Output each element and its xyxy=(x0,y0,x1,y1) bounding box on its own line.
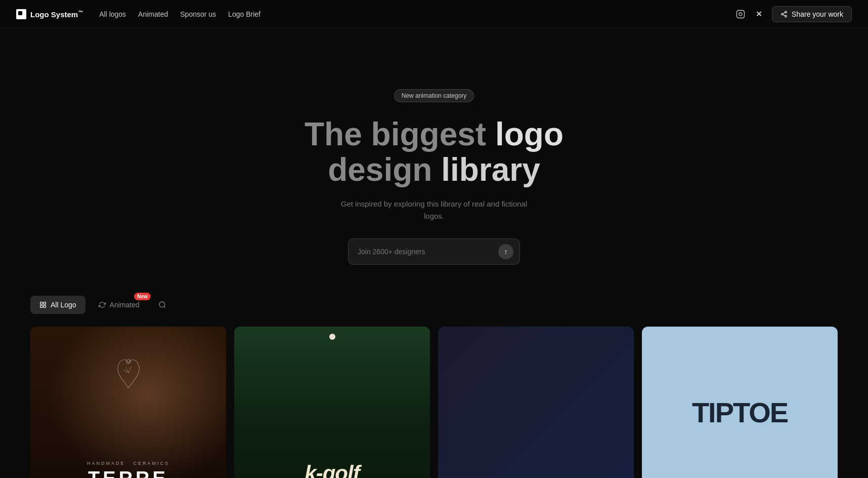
svg-rect-0 xyxy=(737,10,745,18)
card-kgolf-title: k-golf xyxy=(305,461,359,478)
grid-icon xyxy=(39,301,47,308)
animated-btn-wrapper: Animated New xyxy=(90,296,149,314)
hero-subtitle: Get inspired by exploring this library o… xyxy=(338,198,530,222)
animated-icon xyxy=(99,301,106,308)
card-photo xyxy=(30,327,226,478)
golf-ball xyxy=(329,334,335,340)
email-input[interactable] xyxy=(358,248,494,256)
nav-logo-brief[interactable]: Logo Brief xyxy=(228,10,261,18)
card-bg xyxy=(234,327,430,478)
hero-badge: New animation category xyxy=(394,89,474,102)
share-button[interactable]: Share your work xyxy=(772,6,852,22)
nav-animated[interactable]: Animated xyxy=(138,10,168,18)
svg-point-12 xyxy=(159,302,165,307)
page-wrapper: New animation category The biggest logo … xyxy=(0,0,868,478)
logo-grid: HANDMADE CERAMICS TERRE k-golf indoor go… xyxy=(0,327,868,478)
card-illustration xyxy=(111,352,146,395)
card-terre-title: TERRE xyxy=(87,468,169,478)
hero-title: The biggest logo design library xyxy=(305,116,563,188)
card-placeholder[interactable] xyxy=(438,327,634,478)
card-kgolf[interactable]: k-golf indoor golf club xyxy=(234,327,430,478)
search-button[interactable] xyxy=(153,295,172,314)
share-icon xyxy=(780,11,788,18)
logo-icon xyxy=(16,9,26,19)
hero-section: New animation category The biggest logo … xyxy=(0,28,868,295)
svg-line-6 xyxy=(783,14,785,15)
instagram-icon[interactable] xyxy=(735,9,746,19)
brand-name: Logo System™ xyxy=(30,10,83,19)
svg-rect-10 xyxy=(40,305,42,307)
new-badge: New xyxy=(134,293,151,300)
svg-point-1 xyxy=(739,13,742,16)
nav-right: ✕ Share your work xyxy=(735,6,852,22)
nav-all-logos[interactable]: All logos xyxy=(99,10,126,18)
filter-bar: All Logo Animated New xyxy=(0,295,868,314)
svg-rect-11 xyxy=(44,305,46,307)
card-terre-text: HANDMADE CERAMICS TERRE xyxy=(87,461,169,478)
filter-all-logo[interactable]: All Logo xyxy=(30,296,85,314)
card-tiptoe[interactable]: TIPTOE xyxy=(642,327,838,478)
card-kgolf-text: k-golf indoor golf club xyxy=(305,461,359,478)
svg-point-4 xyxy=(782,13,784,15)
submit-button[interactable]: ↑ xyxy=(498,244,513,259)
svg-point-3 xyxy=(785,11,787,13)
navbar: Logo System™ All logos Animated Sponsor … xyxy=(0,0,868,28)
hero-input-wrapper: ↑ xyxy=(348,238,520,265)
nav-sponsor[interactable]: Sponsor us xyxy=(180,10,216,18)
search-icon xyxy=(158,301,166,309)
x-icon[interactable]: ✕ xyxy=(754,9,764,19)
svg-line-7 xyxy=(783,12,785,13)
card-tiptoe-title: TIPTOE xyxy=(692,396,788,429)
logo-brand[interactable]: Logo System™ xyxy=(16,9,83,19)
svg-rect-8 xyxy=(40,302,42,304)
svg-rect-9 xyxy=(44,302,46,304)
nav-links: All logos Animated Sponsor us Logo Brief xyxy=(99,10,261,18)
svg-point-5 xyxy=(785,15,787,17)
svg-line-13 xyxy=(164,306,165,308)
card-terre[interactable]: HANDMADE CERAMICS TERRE xyxy=(30,327,226,478)
svg-point-2 xyxy=(743,12,743,12)
